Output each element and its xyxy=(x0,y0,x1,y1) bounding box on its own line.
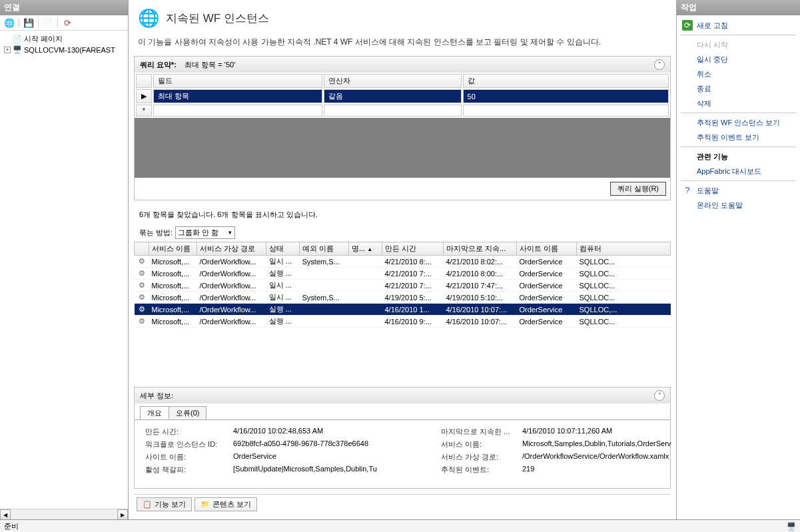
details-tabs: 개요 오류(0) xyxy=(135,403,670,420)
col-service-path[interactable]: 서비스 가상 경로 xyxy=(197,242,266,256)
main-content: 🌐 지속된 WF 인스턴스 이 기능을 사용하여 지속성이 사용 가능한 지속적… xyxy=(129,0,676,519)
expand-icon[interactable]: + xyxy=(4,47,11,53)
col-last-persisted[interactable]: 마지막으로 지속... xyxy=(444,242,517,256)
tree-start-page[interactable]: 📄 시작 페이지 xyxy=(3,33,125,45)
col-value[interactable]: 값 xyxy=(463,74,669,88)
status-text: 준비 xyxy=(4,521,19,531)
page-description: 이 기능을 사용하여 지속성이 사용 가능한 지속적 .NET 4 WF 서비스… xyxy=(134,35,671,56)
features-icon: 📋 xyxy=(143,500,152,509)
wf-id-label: 워크플로 인스턴스 ID: xyxy=(145,439,225,449)
doc-icon[interactable]: 📄 xyxy=(43,17,53,28)
connections-header: 연결 xyxy=(0,0,128,15)
query-summary-header[interactable]: 쿼리 요약*: 최대 항목 = '50' ˄ xyxy=(135,57,670,73)
globe-icon[interactable]: 🌐 xyxy=(4,17,15,28)
page-title: 지속된 WF 인스턴스 xyxy=(166,11,269,26)
gear-icon: ⚙ xyxy=(135,316,149,328)
wf-id-value: 692b8fcf-a050-4798-9678-778c378e6648 xyxy=(233,439,433,449)
content-view-tab[interactable]: 📁 콘텐츠 보기 xyxy=(195,497,257,511)
col-name[interactable]: 명... ▲ xyxy=(349,242,382,256)
col-exception[interactable]: 예외 이름 xyxy=(300,242,349,256)
col-field[interactable]: 필드 xyxy=(153,74,322,88)
sort-asc-icon: ▲ xyxy=(367,246,372,252)
query-new-row[interactable]: * xyxy=(136,105,669,117)
col-service-name[interactable]: 서비스 이름 xyxy=(149,242,197,256)
tab-overview[interactable]: 개요 xyxy=(140,406,169,419)
tree-scrollbar[interactable]: ◀ ▶ xyxy=(0,509,128,519)
details-section: 세부 정보: ˅ 개요 오류(0) 만든 시간: 4/16/2010 10:02… xyxy=(134,387,671,489)
results-table: 서비스 이름 서비스 가상 경로 상태 예외 이름 명... ▲ 만든 시간 마… xyxy=(134,242,671,328)
table-row[interactable]: ⚙Microsoft,.../OrderWorkflow...실행 ...4/2… xyxy=(135,268,671,280)
group-by-select[interactable]: 그룹화 안 함 ▼ xyxy=(175,226,235,239)
last-label: 마지막으로 지속한 ... xyxy=(441,427,514,437)
collapse-icon[interactable]: ˄ xyxy=(654,59,665,70)
col-created[interactable]: 만든 시간 xyxy=(382,242,444,256)
site-value: OrderService xyxy=(233,452,433,462)
col-operator[interactable]: 연산자 xyxy=(324,74,461,88)
refresh-icon[interactable]: ⟳ xyxy=(62,17,73,28)
content-icon: 📁 xyxy=(200,500,210,509)
tracked-value: 219 xyxy=(522,465,671,475)
table-row[interactable]: ⚙Microsoft,.../OrderWorkflow...실행 ...4/1… xyxy=(135,304,671,316)
table-row[interactable]: ⚙Microsoft,.../OrderWorkflow...실행 ...4/1… xyxy=(135,316,671,328)
related-heading: 관련 기능 xyxy=(679,149,797,164)
connections-toolbar: 🌐 💾 📄 ⟳ xyxy=(0,15,128,31)
tree-server-node[interactable]: + 🖥️ SQLLOCVM-130(FAREAST xyxy=(3,45,125,55)
col-site[interactable]: 사이트 이름 xyxy=(517,242,577,256)
action-view-tracked-events[interactable]: 추적된 이벤트 보기 xyxy=(679,130,797,144)
connections-tree: 📄 시작 페이지 + 🖥️ SQLLOCVM-130(FAREAST xyxy=(0,31,128,509)
results-section: 6개 항목을 찾았습니다. 6개 항목을 표시하고 있습니다. 묶는 방법: 그… xyxy=(134,206,671,382)
table-row[interactable]: ⚙Microsoft,.../OrderWorkflow...일시 ...Sys… xyxy=(135,292,671,304)
table-row[interactable]: ⚙Microsoft,.../OrderWorkflow...일시 ...Sys… xyxy=(135,256,671,268)
created-label: 만든 시간: xyxy=(145,427,225,437)
gear-icon: ⚙ xyxy=(135,268,149,280)
bookmark-label: 활성 책갈피: xyxy=(145,465,225,475)
features-view-tab[interactable]: 📋 기능 보기 xyxy=(137,497,192,511)
dropdown-icon: ▼ xyxy=(227,230,232,236)
table-row[interactable]: ⚙Microsoft,.../OrderWorkflow...일시 ...4/2… xyxy=(135,280,671,292)
status-icon: 🖥️ xyxy=(787,522,796,531)
gear-icon: ⚙ xyxy=(135,292,149,304)
tab-errors[interactable]: 오류(0) xyxy=(169,406,206,419)
action-appfabric-dashboard[interactable]: AppFabric 대시보드 xyxy=(679,164,797,178)
status-bar: 준비 🖥️ xyxy=(0,519,800,532)
refresh-icon: ⟳ xyxy=(682,20,693,31)
collapse-icon[interactable]: ˅ xyxy=(654,390,665,401)
row-indicator-icon: ▶ xyxy=(136,89,152,103)
query-grid: 필드 연산자 값 ▶ 최대 항목 같음 50 * xyxy=(135,73,670,118)
details-header[interactable]: 세부 정보: ˅ xyxy=(135,388,670,403)
gear-icon: ⚙ xyxy=(135,280,149,292)
action-delete[interactable]: 삭제 xyxy=(679,96,797,111)
action-view-tracked-wf[interactable]: 추적된 WF 인스턴스 보기 xyxy=(679,115,797,130)
save-icon[interactable]: 💾 xyxy=(23,17,34,28)
actions-header: 작업 xyxy=(677,0,800,15)
action-suspend[interactable]: 일시 중단 xyxy=(679,52,797,67)
action-terminate[interactable]: 종료 xyxy=(679,81,797,96)
gear-icon: ⚙ xyxy=(135,304,149,316)
server-icon: 🖥️ xyxy=(13,45,22,55)
page-icon: 📄 xyxy=(13,35,22,44)
gear-icon: ⚙ xyxy=(135,256,149,268)
actions-panel: 작업 ⟳ 새로 고침 다시 시작 일시 중단 취소 종료 삭제 xyxy=(676,0,800,519)
col-status[interactable]: 상태 xyxy=(266,242,300,256)
query-row[interactable]: ▶ 최대 항목 같음 50 xyxy=(136,89,669,103)
action-online-help[interactable]: 온라인 도움말 xyxy=(679,198,797,212)
page-title-row: 🌐 지속된 WF 인스턴스 xyxy=(134,5,671,35)
col-computer[interactable]: 컴퓨터 xyxy=(577,242,671,256)
bookmark-value: [SubmitUpdate|Microsoft,Samples,Dublin,T… xyxy=(233,465,433,475)
scroll-left-icon[interactable]: ◀ xyxy=(0,509,11,520)
details-grid: 만든 시간: 4/16/2010 10:02:48,653 AM 마지막으로 지… xyxy=(135,420,670,488)
last-value: 4/16/2010 10:07:11,260 AM xyxy=(522,427,671,437)
service-name-value: Microsoft,Samples,Dublin,Tutorials,Order… xyxy=(522,439,671,449)
run-query-button[interactable]: 쿼리 실행(R) xyxy=(610,182,666,196)
action-restart: 다시 시작 xyxy=(679,37,797,52)
site-label: 사이트 이름: xyxy=(145,452,225,462)
view-tabs: 📋 기능 보기 📁 콘텐츠 보기 xyxy=(134,494,671,514)
action-help[interactable]: ? 도움말 xyxy=(679,183,797,198)
scroll-right-icon[interactable]: ▶ xyxy=(117,509,128,520)
tracked-label: 추적된 이벤트: xyxy=(441,465,514,475)
action-cancel[interactable]: 취소 xyxy=(679,67,797,81)
service-path-value: /OrderWorkflowService/OrderWorkflow.xaml… xyxy=(522,452,671,462)
action-refresh[interactable]: ⟳ 새로 고침 xyxy=(679,18,797,33)
help-icon: ? xyxy=(682,185,693,196)
service-path-label: 서비스 가상 경로: xyxy=(441,452,514,462)
